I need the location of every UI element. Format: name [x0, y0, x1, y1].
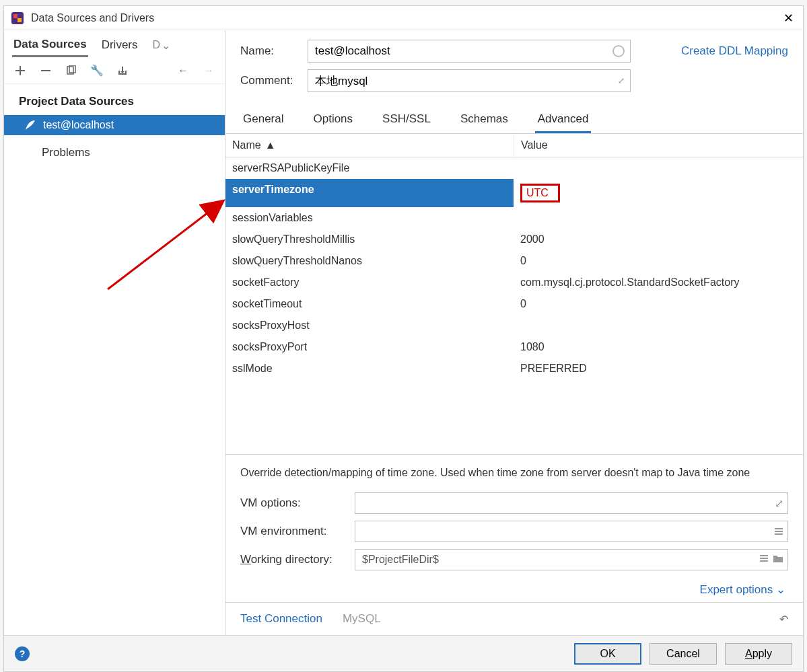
- test-connection-link[interactable]: Test Connection: [240, 612, 322, 626]
- svg-rect-6: [775, 531, 783, 532]
- tab-ssh-ssl[interactable]: SSH/SSL: [380, 107, 433, 133]
- svg-rect-1: [13, 14, 17, 18]
- property-name: socksProxyHost: [225, 315, 514, 336]
- svg-rect-10: [760, 560, 768, 562]
- table-row[interactable]: slowQueryThresholdNanos0: [225, 250, 803, 272]
- tab-drivers[interactable]: Drivers: [100, 34, 139, 56]
- tab-advanced[interactable]: Advanced: [535, 107, 592, 133]
- cancel-button[interactable]: Cancel: [650, 643, 717, 665]
- property-value[interactable]: 0: [514, 250, 803, 272]
- loading-icon: [612, 45, 625, 57]
- name-label: Name:: [240, 44, 308, 58]
- table-body: serverRSAPublicKeyFileserverTimezoneUTCs…: [225, 157, 803, 379]
- table-row[interactable]: serverTimezoneUTC: [225, 179, 803, 207]
- datasource-item[interactable]: test@localhost: [4, 115, 225, 135]
- expand-icon[interactable]: ⤢: [775, 497, 783, 510]
- property-value[interactable]: com.mysql.cj.protocol.StandardSocketFact…: [514, 272, 803, 293]
- vm-options-input[interactable]: ⤢: [355, 492, 788, 514]
- chevron-down-icon: ⌄: [776, 583, 785, 596]
- svg-rect-8: [760, 555, 768, 556]
- working-dir-label: Working directory:: [240, 553, 355, 566]
- table-row[interactable]: sslModePREFERRED: [225, 358, 803, 379]
- driver-label: MySQL: [343, 612, 381, 626]
- col-name-header[interactable]: Name▲: [225, 134, 514, 157]
- property-value[interactable]: 2000: [514, 229, 803, 250]
- comment-input[interactable]: 本地mysql ⤢: [308, 69, 631, 92]
- table-header: Name▲ Value: [225, 134, 803, 157]
- table-row[interactable]: socketFactorycom.mysql.cj.protocol.Stand…: [225, 272, 803, 293]
- tab-ddl[interactable]: D⌄: [153, 39, 171, 52]
- window-title: Data Sources and Drivers: [31, 12, 154, 24]
- forward-icon[interactable]: →: [202, 64, 215, 77]
- property-tabs: General Options SSH/SSL Schemas Advanced: [225, 102, 803, 134]
- property-name: sessionVariables: [225, 207, 514, 229]
- col-value-header[interactable]: Value: [514, 134, 803, 157]
- feather-icon: [24, 119, 36, 131]
- property-name: serverRSAPublicKeyFile: [225, 157, 514, 179]
- vm-section: VM options: ⤢ VM environment: Working di…: [225, 486, 803, 580]
- expand-icon[interactable]: ⤢: [618, 76, 625, 85]
- table-row[interactable]: slowQueryThresholdMillis2000: [225, 229, 803, 250]
- svg-rect-2: [17, 18, 22, 22]
- wrench-icon[interactable]: 🔧: [90, 64, 104, 77]
- vm-options-label: VM options:: [240, 496, 355, 510]
- property-name: socketTimeout: [225, 293, 514, 315]
- right-panel: Name: test@localhost Create DDL Mapping …: [225, 30, 803, 635]
- datasource-label: test@localhost: [43, 119, 114, 131]
- close-icon[interactable]: ✕: [779, 9, 798, 28]
- folder-icon[interactable]: [773, 554, 783, 566]
- working-dir-input[interactable]: $ProjectFileDir$: [355, 549, 788, 570]
- svg-rect-5: [775, 528, 783, 529]
- add-icon[interactable]: [13, 64, 27, 77]
- dialog-footer: ? OK Cancel Apply: [4, 635, 803, 671]
- list-icon[interactable]: [774, 527, 783, 536]
- undo-icon[interactable]: ↶: [779, 613, 788, 626]
- list-icon[interactable]: [759, 554, 769, 566]
- tab-schemas[interactable]: Schemas: [458, 107, 511, 133]
- apply-button[interactable]: Apply: [725, 643, 792, 665]
- property-value[interactable]: 1080: [514, 336, 803, 358]
- tab-options[interactable]: Options: [310, 107, 355, 133]
- remove-icon[interactable]: [39, 64, 52, 77]
- tab-data-sources[interactable]: Data Sources: [12, 34, 88, 57]
- table-row[interactable]: socketTimeout0: [225, 293, 803, 315]
- vm-env-label: VM environment:: [240, 525, 355, 538]
- left-tabs: Data Sources Drivers D⌄: [4, 30, 225, 57]
- property-value[interactable]: UTC: [514, 179, 803, 207]
- comment-label: Comment:: [240, 74, 308, 87]
- name-input[interactable]: test@localhost: [308, 40, 631, 63]
- dialog-body: Data Sources Drivers D⌄ 🔧 ← → Project Da…: [4, 30, 803, 635]
- property-description: Override detection/mapping of time zone.…: [225, 455, 803, 486]
- vm-env-input[interactable]: [355, 521, 788, 542]
- svg-rect-9: [760, 558, 768, 559]
- tab-general[interactable]: General: [240, 107, 286, 133]
- ok-button[interactable]: OK: [574, 643, 641, 665]
- property-value[interactable]: 0: [514, 293, 803, 315]
- properties-table: Name▲ Value serverRSAPublicKeyFileserver…: [225, 134, 803, 455]
- title-bar: Data Sources and Drivers ✕: [4, 6, 803, 30]
- dialog: Data Sources and Drivers ✕ Data Sources …: [3, 5, 804, 672]
- datasource-tree: Project Data Sources test@localhost Prob…: [4, 84, 225, 170]
- table-row[interactable]: socksProxyPort1080: [225, 336, 803, 358]
- help-icon[interactable]: ?: [15, 646, 30, 661]
- property-value[interactable]: [514, 315, 803, 336]
- property-name: socksProxyPort: [225, 336, 514, 358]
- create-ddl-mapping-link[interactable]: Create DDL Mapping: [681, 44, 788, 58]
- property-name: socketFactory: [225, 272, 514, 293]
- copy-icon[interactable]: [65, 64, 78, 77]
- sort-asc-icon: ▲: [265, 139, 276, 151]
- property-value[interactable]: [514, 207, 803, 229]
- property-value[interactable]: [514, 157, 803, 179]
- problems-section[interactable]: Problems: [4, 135, 225, 163]
- table-row[interactable]: sessionVariables: [225, 207, 803, 229]
- expert-options: Expert options ⌄: [225, 580, 803, 602]
- left-panel: Data Sources Drivers D⌄ 🔧 ← → Project Da…: [4, 30, 225, 635]
- property-name: sslMode: [225, 358, 514, 379]
- table-row[interactable]: socksProxyHost: [225, 315, 803, 336]
- table-row[interactable]: serverRSAPublicKeyFile: [225, 157, 803, 179]
- expert-options-link[interactable]: Expert options ⌄: [700, 583, 785, 596]
- export-icon[interactable]: [116, 64, 129, 77]
- back-icon[interactable]: ←: [176, 64, 190, 77]
- property-value[interactable]: PREFERRED: [514, 358, 803, 379]
- app-icon: [9, 10, 26, 26]
